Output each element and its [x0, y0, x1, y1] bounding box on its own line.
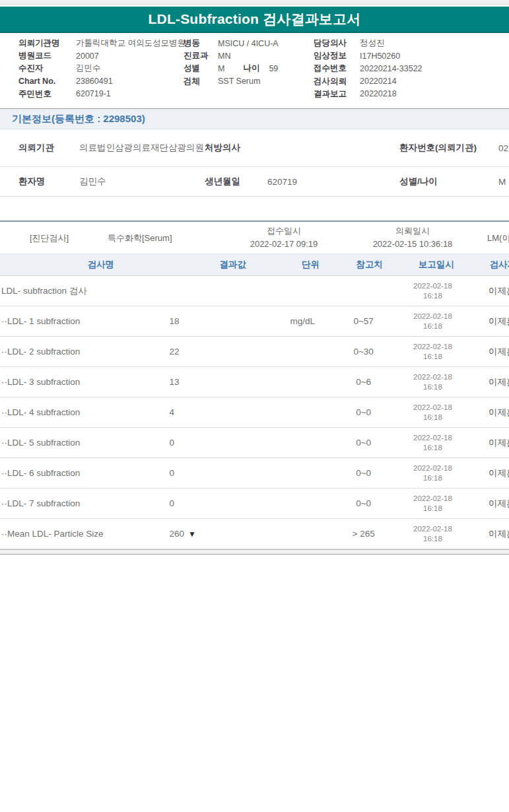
field-value: 정성진	[360, 38, 385, 49]
request-label: 의뢰일시	[347, 224, 479, 238]
field-label: 환자명	[18, 176, 79, 187]
report-datetime: 2022-02-1816:18	[397, 281, 469, 301]
column-header: 검사자	[471, 259, 509, 271]
report-time: 16:18	[397, 291, 469, 301]
field-label: 담당의사	[314, 38, 360, 49]
column-header: 참고치	[338, 259, 401, 271]
report-date: 2022-02-18	[397, 372, 469, 382]
field-value: 20220218	[360, 89, 397, 98]
report-datetime: 2022-02-1816:18	[397, 494, 469, 514]
basic-info-row: 환자명김민수생년월일620719성별/나이M	[0, 167, 509, 197]
receipt-datetime: 2022-02-17 09:19	[218, 238, 350, 251]
field-label: 의뢰기관	[18, 142, 79, 154]
test-result: 0	[169, 438, 275, 448]
test-name: ··LDL- 2 subfraction	[0, 347, 169, 356]
report-datetime: 2022-02-1816:18	[397, 524, 469, 544]
result-row: ··LDL- 5 subfraction00~02022-02-1816:18이…	[0, 428, 509, 458]
report-datetime: 2022-02-1816:18	[397, 312, 469, 331]
exam-extra-text: LM(이	[487, 232, 509, 244]
field-label: 환자번호(의뢰기관)	[399, 142, 498, 154]
reference-range: 0~6	[331, 377, 397, 387]
basic-info-table: 의뢰기관의료법인삼광의료재단삼광의원처방의사환자번호(의뢰기관)02환자명김민수…	[0, 129, 509, 197]
field-label: 병원코드	[18, 50, 76, 61]
tester-name: 이제훈	[469, 316, 509, 327]
test-name: ··LDL- 1 subfraction	[0, 316, 169, 326]
report-title: LDL-Subfraction 검사결과보고서	[149, 10, 361, 28]
field-label: 성별	[184, 63, 218, 74]
tester-name: 이제훈	[469, 285, 509, 297]
field-label: 성별/나이	[399, 176, 498, 187]
field-label: 병동	[184, 38, 218, 49]
field-label: 나이	[243, 63, 259, 74]
column-header: 결과값	[182, 259, 284, 271]
report-time: 16:18	[397, 321, 469, 331]
results-table-header: 검사명결과값단위참고치보고일시검사자	[0, 254, 509, 276]
basic-info-section-title: 기본정보(등록번호 : 2298503)	[0, 113, 145, 125]
test-result: 0	[169, 468, 275, 478]
test-name: LDL- subfraction 검사	[0, 285, 169, 297]
field-value: 02	[498, 143, 509, 153]
report-time: 16:18	[397, 443, 469, 453]
result-row: ··LDL- 6 subfraction00~02022-02-1816:18이…	[0, 458, 509, 489]
report-time: 16:18	[397, 534, 469, 544]
exam-test-group: 특수화학[Serum]	[108, 232, 172, 244]
report-date: 2022-02-18	[397, 463, 469, 473]
exam-band: [진단검사] 특수화학[Serum] 접수일시 2022-02-17 09:19…	[0, 220, 509, 254]
result-row: ··LDL- 4 subfraction40~02022-02-1816:18이…	[0, 397, 509, 428]
result-row: ··LDL- 1 subfraction18mg/dL0~572022-02-1…	[0, 306, 509, 337]
patient-header-col1: 의뢰기관명가톨릭대학교 여의도성모병원병원코드20007수진자김민수Chart …	[18, 37, 186, 100]
report-datetime: 2022-02-1816:18	[397, 342, 469, 362]
report-datetime: 2022-02-1816:18	[397, 463, 469, 483]
basic-info-section-bar: 기본정보(등록번호 : 2298503)	[0, 109, 509, 129]
patient-header-col3: 담당의사정성진임상정보I17H50260접수번호20220214-33522검사…	[314, 37, 423, 100]
reference-range: > 265	[331, 529, 397, 539]
reference-range: 0~57	[331, 316, 397, 326]
patient-header-row: 임상정보I17H50260	[314, 50, 423, 62]
field-value: 59	[269, 64, 278, 73]
field-value: 의료법인삼광의료재단삼광의원	[79, 142, 205, 154]
results-table: 검사명결과값단위참고치보고일시검사자 LDL- subfraction 검사20…	[0, 254, 509, 549]
field-value: 20220214-33522	[360, 64, 423, 73]
low-flag-icon: ▼	[188, 529, 196, 539]
field-value: I17H50260	[360, 51, 400, 61]
result-row: ··LDL- 2 subfraction220~302022-02-1816:1…	[0, 337, 509, 367]
test-result: 13	[169, 377, 275, 387]
tester-name: 이제훈	[469, 498, 509, 510]
tester-name: 이제훈	[469, 437, 509, 449]
patient-header-row: 접수번호20220214-33522	[314, 62, 423, 75]
patient-header-row: 검사의뢰20220214	[314, 75, 423, 88]
patient-header-row: 결과보고20220218	[314, 88, 423, 100]
field-label: 주민번호	[18, 88, 76, 100]
patient-header: 의뢰기관명가톨릭대학교 여의도성모병원병원코드20007수진자김민수Chart …	[0, 37, 509, 103]
patient-header-row: 의뢰기관명가톨릭대학교 여의도성모병원	[18, 37, 186, 50]
top-strip	[0, 0, 509, 5]
field-label: 수진자	[18, 63, 76, 74]
test-unit: mg/dL	[275, 316, 331, 326]
field-value: M	[498, 177, 509, 187]
field-label: 의뢰기관명	[18, 38, 76, 49]
reference-range: 0~0	[331, 498, 397, 508]
tester-name: 이제훈	[469, 407, 509, 419]
field-label: 검체	[184, 76, 218, 87]
receipt-label: 접수일시	[218, 224, 350, 238]
field-label: 생년월일	[205, 176, 267, 187]
field-value: 김민수	[76, 63, 101, 74]
report-date: 2022-02-18	[397, 403, 469, 413]
column-header: 검사명	[0, 259, 182, 271]
patient-header-row: 담당의사정성진	[314, 37, 423, 50]
result-row: ··LDL- 3 subfraction130~62022-02-1816:18…	[0, 367, 509, 397]
report-date: 2022-02-18	[397, 312, 469, 321]
test-result: 18	[169, 316, 275, 326]
field-label: 결과보고	[314, 88, 360, 100]
patient-header-row: 병동MSICU / 4ICU-A	[184, 37, 279, 50]
field-value: SST Serum	[218, 77, 260, 86]
report-time: 16:18	[397, 504, 469, 514]
patient-header-col2: 병동MSICU / 4ICU-A진료과MN성별M나이59검체SST Serum	[184, 37, 279, 88]
test-result: 22	[169, 347, 275, 356]
field-label: 진료과	[184, 50, 218, 61]
reference-range: 0~30	[331, 347, 397, 356]
bottom-bar	[0, 549, 509, 555]
reference-range: 0~0	[331, 407, 397, 417]
field-value: MN	[218, 51, 230, 61]
request-datetime-block: 의뢰일시 2022-02-15 10:36:18	[347, 224, 479, 251]
